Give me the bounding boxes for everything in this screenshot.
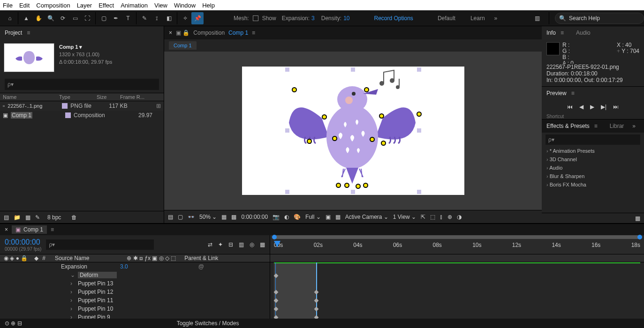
comp-name[interactable]: Comp 1 ▾ [59, 43, 112, 51]
graph-editor-icon[interactable]: ▦ [260, 241, 265, 248]
puppet-pin[interactable] [344, 183, 349, 188]
switches-header[interactable]: ⊕ ✱ ⧈ ƒx ▣ ◎ ◇ ⬚ [127, 255, 176, 261]
project-column-headers[interactable]: Name Type Size Frame R... [0, 93, 164, 101]
bpc-button[interactable]: 8 bpc [47, 214, 61, 221]
puppet-pin[interactable] [307, 139, 312, 144]
panel-menu-icon[interactable]: ≡ [561, 30, 564, 36]
flowchart-icon[interactable]: ⊞ [156, 103, 161, 109]
roi-icon[interactable]: ▣ [326, 214, 331, 220]
menu-help[interactable]: Help [202, 2, 215, 9]
3d-icon[interactable]: ⬚ [430, 214, 435, 220]
shy-toggle-icon[interactable]: ⊙ ⊕ ⊟ [5, 320, 22, 327]
shape-tool-icon[interactable]: ▢ [98, 12, 110, 24]
puppet-pin[interactable] [364, 87, 369, 92]
col-type[interactable]: Type [56, 94, 94, 100]
chevron-right-icon[interactable]: › [70, 289, 75, 295]
puppet-pin[interactable] [370, 137, 375, 142]
selection-tool-icon[interactable]: ▲ [20, 12, 32, 24]
project-search-input[interactable]: ρ▾ [5, 79, 159, 90]
effects-category[interactable]: Audio [542, 164, 644, 172]
preview-tab[interactable]: Preview [546, 90, 567, 97]
effects-category[interactable]: * Animation Presets [542, 147, 644, 155]
flowchart-icon[interactable]: ▤ [168, 214, 173, 220]
effects-search-input[interactable]: ρ▾ [546, 134, 640, 145]
chevron-right-icon[interactable]: › [70, 306, 75, 312]
channel-icon[interactable]: 🎨 [294, 214, 301, 220]
puppet-pin[interactable] [417, 112, 422, 117]
menu-file[interactable]: File [3, 2, 13, 9]
camera-tool-icon[interactable]: ▭ [69, 12, 81, 24]
dof-icon[interactable]: ⊕ [447, 214, 452, 220]
next-frame-icon[interactable]: ▶| [601, 104, 606, 110]
panel-menu-icon[interactable]: ≡ [27, 30, 30, 36]
new-bin-icon[interactable]: ▦ [635, 215, 640, 222]
first-frame-icon[interactable]: ⏮ [567, 104, 573, 110]
clone-tool-icon[interactable]: ⟟ [151, 12, 163, 24]
motion-blur-icon[interactable]: ◎ [250, 241, 254, 248]
panel-menu-icon[interactable]: ≡ [252, 30, 255, 36]
pen-tool-icon[interactable]: ✒ [110, 12, 122, 24]
source-name-header[interactable]: Source Name [55, 255, 89, 261]
toggle-switches-button[interactable]: Toggle Switches / Modes [177, 320, 239, 327]
puppet-pin[interactable] [322, 114, 327, 119]
composition-viewport[interactable] [164, 52, 542, 210]
col-name[interactable]: Name [0, 94, 56, 100]
menu-effect[interactable]: Effect [98, 2, 114, 9]
panel-menu-icon[interactable]: ≡ [571, 90, 575, 97]
menu-animation[interactable]: Animation [121, 2, 148, 9]
zoom-tool-icon[interactable]: 🔍 [45, 12, 57, 24]
grid-icon[interactable]: ▦ [335, 214, 341, 220]
effects-category[interactable]: Boris FX Mocha [542, 180, 644, 189]
menu-view[interactable]: View [154, 2, 167, 9]
puppet-pin[interactable] [356, 184, 361, 189]
label-color[interactable] [65, 112, 71, 118]
folder-icon[interactable]: 📁 [14, 214, 21, 221]
chevron-down-icon[interactable]: ⌄ [70, 272, 75, 278]
trash-icon[interactable]: 🗑 [71, 214, 77, 221]
last-frame-icon[interactable]: ⏭ [613, 104, 619, 110]
label-color[interactable] [62, 103, 68, 109]
comp-mini-flowchart-icon[interactable]: ⇄ [208, 241, 212, 248]
overflow-icon[interactable]: » [494, 15, 498, 22]
puppet-pin[interactable] [292, 87, 297, 92]
menu-composition[interactable]: Composition [36, 2, 70, 9]
transparency-grid-icon[interactable]: ▩ [231, 214, 236, 220]
audio-tab[interactable]: Audio [576, 30, 591, 36]
timeline-search-input[interactable]: ρ▾ [46, 239, 154, 250]
puppet-pin[interactable] [336, 183, 341, 188]
timeline-tracks[interactable] [270, 262, 644, 319]
learn-button[interactable]: Learn [470, 15, 485, 22]
play-icon[interactable]: ▶ [590, 104, 594, 110]
close-tab-icon[interactable]: × [5, 226, 8, 233]
col-framerate[interactable]: Frame R... [117, 94, 147, 100]
new-comp-icon[interactable]: ▦ [25, 214, 30, 221]
hand-tool-icon[interactable]: ✋ [32, 12, 45, 24]
draft-3d-icon[interactable]: ✦ [218, 241, 223, 248]
puppet-pin-row[interactable]: ›Puppet Pin 9 [0, 313, 270, 319]
puppet-pin-row[interactable]: ›Puppet Pin 12 [0, 288, 270, 296]
panel-menu-icon[interactable]: ≡ [51, 226, 54, 233]
workspace-icon[interactable]: ▥ [531, 12, 543, 24]
home-icon[interactable]: ⌂ [4, 12, 16, 24]
chevron-right-icon[interactable]: › [70, 280, 75, 287]
panel-menu-icon[interactable]: ≡ [594, 123, 598, 129]
show-snapshot-icon[interactable]: ◐ [284, 214, 289, 220]
share-icon[interactable]: ⇱ [421, 214, 425, 220]
snapshot-icon[interactable]: 📷 [273, 214, 280, 220]
comp-lock-icon[interactable]: ▣ 🔒 [176, 30, 189, 36]
info-tab[interactable]: Info [546, 30, 556, 36]
comp-tab[interactable]: Comp 1 [169, 41, 197, 50]
project-row[interactable]: ▣ Comp 1 Composition 29.97 [0, 111, 164, 120]
property-row[interactable]: Expansion3.0@ [0, 262, 270, 271]
roto-tool-icon[interactable]: ✧ [179, 12, 191, 24]
col-size[interactable]: Size [94, 94, 117, 100]
text-tool-icon[interactable]: T [122, 12, 134, 24]
canvas[interactable] [242, 67, 464, 195]
project-panel-title[interactable]: Project [5, 30, 22, 36]
chevron-right-icon[interactable]: › [70, 297, 75, 304]
menu-layer[interactable]: Layer [77, 2, 92, 9]
exposure-icon[interactable]: ◑ [457, 214, 462, 220]
libraries-tab[interactable]: Librar [610, 123, 624, 129]
effects-category[interactable]: Blur & Sharpen [542, 172, 644, 180]
spiral-icon[interactable]: @ [198, 263, 204, 270]
